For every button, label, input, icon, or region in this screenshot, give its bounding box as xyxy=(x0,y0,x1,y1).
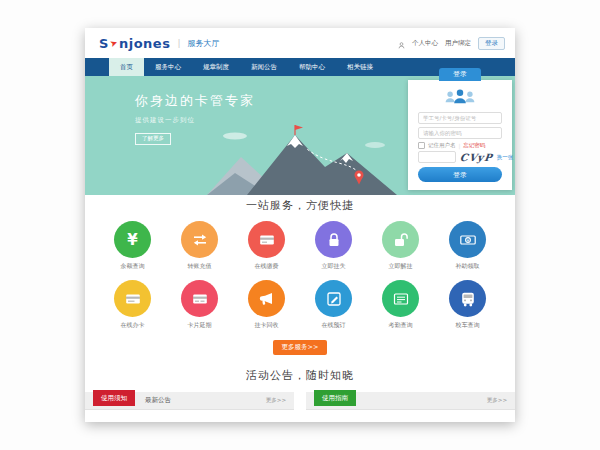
services-title: 一站服务，方便快捷 xyxy=(85,198,515,213)
service-item[interactable]: 在线缴费 xyxy=(233,221,300,271)
attendance-card-icon xyxy=(382,280,419,317)
logo-arrow-icon: ➤ xyxy=(108,37,119,49)
captcha-image[interactable]: CVyP xyxy=(459,152,493,163)
notice-panel: 使用须知 最新公告 更多>> xyxy=(85,392,294,410)
svg-text:¥: ¥ xyxy=(466,237,469,242)
remember-checkbox[interactable] xyxy=(418,142,425,149)
service-item[interactable]: 立即挂失 xyxy=(300,221,367,271)
service-item[interactable]: 卡片延期 xyxy=(166,280,233,330)
notice-more-link[interactable]: 更多>> xyxy=(266,397,286,404)
captcha-input[interactable] xyxy=(418,151,456,163)
card-extend-icon xyxy=(181,280,218,317)
service-item[interactable]: 立即解挂 xyxy=(367,221,434,271)
login-tab[interactable]: 登录 xyxy=(439,68,481,81)
service-item[interactable]: 在线预订 xyxy=(300,280,367,330)
service-label: 考勤查询 xyxy=(367,321,434,330)
mountain-illustration xyxy=(207,123,397,195)
bank-card-icon xyxy=(248,221,285,258)
portal-page: S➤njones | 服务大厅 个人中心 用户绑定 登录 首页服务中心规章制度新… xyxy=(85,28,515,422)
nav-item-links[interactable]: 相关链接 xyxy=(336,58,384,76)
service-label: 补助领取 xyxy=(434,262,501,271)
captcha-refresh-link[interactable]: 换一张 xyxy=(497,154,514,161)
service-label: 立即解挂 xyxy=(367,262,434,271)
header-divider: | xyxy=(177,38,180,48)
service-label: 转账充值 xyxy=(166,262,233,271)
service-label: 在线缴费 xyxy=(233,262,300,271)
megaphone-icon xyxy=(248,280,285,317)
tab-usage-notice[interactable]: 使用须知 xyxy=(93,390,135,406)
login-options: 记住用户名 | 忘记密码 xyxy=(418,142,502,149)
service-label: 在线办卡 xyxy=(99,321,166,330)
login-submit-button[interactable]: 登录 xyxy=(418,167,502,182)
login-card: 记住用户名 | 忘记密码 CVyP 换一张 登录 xyxy=(408,80,512,190)
more-services-button[interactable]: 更多服务>> xyxy=(273,340,328,355)
personal-center-link[interactable]: 个人中心 xyxy=(412,39,438,48)
user-binding-link[interactable]: 用户绑定 xyxy=(445,39,471,48)
nav-item-news[interactable]: 新闻公告 xyxy=(240,58,288,76)
person-icon xyxy=(398,34,405,53)
id-card-icon xyxy=(114,280,151,317)
service-label: 挂卡回收 xyxy=(233,321,300,330)
nav-item-home[interactable]: 首页 xyxy=(109,58,144,76)
nav-item-help[interactable]: 帮助中心 xyxy=(288,58,336,76)
guide-more-link[interactable]: 更多>> xyxy=(487,397,507,404)
guide-panel: 使用指南 更多>> xyxy=(306,392,515,410)
users-icon xyxy=(418,87,502,109)
remember-label: 记住用户名 xyxy=(428,142,456,149)
announcements-title: 活动公告，随时知晓 xyxy=(85,368,515,383)
banknote-icon: ¥ xyxy=(449,221,486,258)
services-grid: ¥余额查询转账充值在线缴费立即挂失立即解挂¥补助领取在线办卡卡片延期挂卡回收在线… xyxy=(85,221,515,330)
header: S➤njones | 服务大厅 个人中心 用户绑定 登录 xyxy=(85,28,515,58)
captcha-row: CVyP 换一张 xyxy=(418,151,502,163)
nav-item-rules[interactable]: 规章制度 xyxy=(192,58,240,76)
product-name: 服务大厅 xyxy=(187,38,219,49)
logo-text-suffix: njones xyxy=(119,36,170,51)
services-section: 一站服务，方便快捷 ¥余额查询转账充值在线缴费立即挂失立即解挂¥补助领取在线办卡… xyxy=(85,195,515,365)
lock-closed-icon xyxy=(315,221,352,258)
logo[interactable]: S➤njones xyxy=(99,36,170,51)
transfer-arrows-icon xyxy=(181,221,218,258)
announcements-section: 活动公告，随时知晓 使用须知 最新公告 更多>> 使用指南 更多>> xyxy=(85,365,515,422)
announcements-strip: 使用须知 最新公告 更多>> 使用指南 更多>> xyxy=(85,392,515,410)
header-login-button[interactable]: 登录 xyxy=(478,37,505,50)
bus-icon xyxy=(449,280,486,317)
options-separator: | xyxy=(459,143,461,149)
tab-usage-guide[interactable]: 使用指南 xyxy=(314,390,356,406)
lock-open-icon xyxy=(382,221,419,258)
nav-item-service-center[interactable]: 服务中心 xyxy=(144,58,192,76)
yen-icon: ¥ xyxy=(114,221,151,258)
service-item[interactable]: ¥余额查询 xyxy=(99,221,166,271)
service-item[interactable]: 校车查询 xyxy=(434,280,501,330)
service-item[interactable]: 挂卡回收 xyxy=(233,280,300,330)
header-right: 个人中心 用户绑定 登录 xyxy=(398,34,505,53)
service-item[interactable]: 在线办卡 xyxy=(99,280,166,330)
service-label: 卡片延期 xyxy=(166,321,233,330)
login-panel: 登录 记住用户名 | 忘记密码 xyxy=(408,68,512,190)
username-input[interactable] xyxy=(418,112,502,124)
service-label: 立即挂失 xyxy=(300,262,367,271)
hero-cta-button[interactable]: 了解更多 xyxy=(135,133,171,145)
service-label: 校车查询 xyxy=(434,321,501,330)
forgot-password-link[interactable]: 忘记密码 xyxy=(463,142,485,149)
tab-latest-announcements[interactable]: 最新公告 xyxy=(145,396,171,405)
service-item[interactable]: 转账充值 xyxy=(166,221,233,271)
logo-text-prefix: S xyxy=(99,36,109,51)
hero-title: 你身边的卡管专家 xyxy=(135,92,255,110)
password-input[interactable] xyxy=(418,127,502,139)
service-item[interactable]: ¥补助领取 xyxy=(434,221,501,271)
service-label: 余额查询 xyxy=(99,262,166,271)
service-label: 在线预订 xyxy=(300,321,367,330)
edit-square-icon xyxy=(315,280,352,317)
service-item[interactable]: 考勤查询 xyxy=(367,280,434,330)
